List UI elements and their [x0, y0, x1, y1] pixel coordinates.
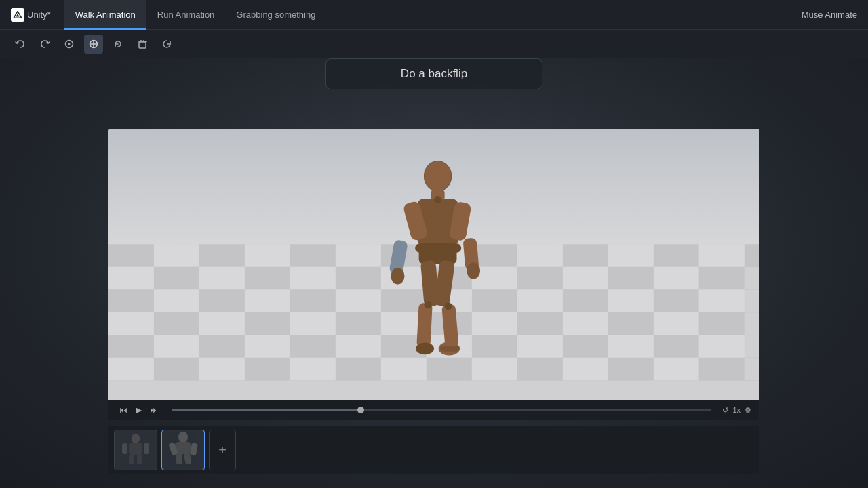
svg-rect-40	[699, 244, 745, 266]
svg-rect-94	[517, 335, 563, 357]
svg-rect-67	[608, 289, 654, 312]
svg-point-133	[445, 302, 452, 310]
prompt-text: Do a backflip	[401, 67, 467, 80]
svg-rect-136	[122, 443, 127, 454]
svg-rect-70	[199, 312, 245, 335]
circle-tool-button[interactable]	[60, 35, 79, 54]
svg-rect-87	[472, 335, 517, 357]
rotate-tool-button[interactable]	[108, 35, 127, 54]
svg-rect-106	[336, 358, 381, 380]
tab-run-animation[interactable]: Run Animation	[146, 0, 226, 30]
loop-button[interactable]: ↺	[722, 406, 728, 415]
svg-rect-91	[245, 335, 290, 357]
svg-rect-42	[199, 267, 245, 289]
playback-bar: ⏮ ▶ ⏭ ↺ 1x ⚙	[108, 400, 760, 420]
svg-rect-124	[416, 303, 432, 348]
svg-rect-135	[129, 443, 142, 455]
svg-rect-81	[608, 312, 654, 335]
svg-rect-75	[654, 312, 699, 335]
svg-rect-105	[245, 358, 290, 380]
svg-rect-61	[654, 289, 699, 312]
svg-rect-53	[608, 267, 654, 289]
svg-rect-144	[176, 453, 182, 464]
svg-rect-107	[427, 358, 472, 380]
svg-rect-80	[517, 312, 563, 335]
svg-rect-32	[654, 244, 699, 266]
svg-rect-92	[336, 335, 381, 357]
settings-button[interactable]: ⚙	[745, 406, 751, 415]
svg-rect-66	[517, 289, 563, 312]
svg-point-112	[424, 161, 451, 192]
svg-point-119	[391, 268, 404, 285]
svg-rect-50	[336, 267, 381, 289]
svg-rect-52	[517, 267, 563, 289]
svg-rect-8	[139, 42, 146, 48]
svg-rect-84	[199, 335, 245, 357]
svg-rect-41	[108, 267, 154, 289]
thumb-figure-2	[167, 432, 199, 468]
svg-rect-71	[290, 312, 336, 335]
timeline-handle[interactable]	[357, 407, 364, 413]
svg-rect-109	[608, 358, 654, 380]
unity-brand-text: Unity*	[27, 9, 51, 20]
timeline-progress	[172, 409, 361, 411]
redo-button[interactable]	[35, 35, 54, 54]
svg-rect-26	[108, 244, 154, 266]
nav-tabs: Walk Animation Run Animation Grabbing so…	[64, 0, 802, 30]
svg-rect-139	[137, 455, 142, 464]
svg-rect-27	[199, 244, 245, 266]
thumbnail-2[interactable]	[161, 430, 205, 470]
svg-rect-46	[563, 267, 608, 289]
move-tool-button[interactable]	[84, 35, 103, 54]
play-button[interactable]: ▶	[133, 404, 144, 416]
reset-button[interactable]	[157, 35, 176, 54]
svg-rect-121	[419, 243, 457, 264]
svg-rect-110	[699, 358, 745, 380]
svg-point-130	[415, 243, 424, 252]
svg-point-131	[452, 243, 461, 252]
toolbar	[0, 30, 868, 58]
svg-point-120	[467, 262, 480, 279]
svg-rect-85	[290, 335, 336, 357]
viewport-background	[108, 129, 760, 420]
svg-rect-95	[608, 335, 654, 357]
svg-rect-64	[336, 289, 381, 312]
viewport	[108, 129, 760, 420]
speed-indicator[interactable]: 1x	[732, 406, 741, 414]
svg-rect-77	[245, 312, 290, 335]
tab-walk-animation[interactable]: Walk Animation	[64, 0, 146, 30]
play-controls: ⏮ ▶ ⏭	[117, 404, 161, 416]
skip-back-button[interactable]: ⏮	[117, 404, 130, 416]
svg-rect-82	[699, 312, 745, 335]
svg-rect-102	[563, 358, 608, 380]
svg-rect-98	[199, 358, 245, 380]
svg-rect-59	[472, 289, 517, 312]
svg-rect-68	[699, 289, 745, 312]
svg-rect-28	[290, 244, 336, 266]
add-clip-button[interactable]: +	[209, 430, 236, 470]
svg-rect-38	[517, 244, 563, 266]
svg-point-126	[416, 342, 434, 354]
unity-logo[interactable]: Unity*	[11, 8, 51, 22]
svg-rect-103	[654, 358, 699, 380]
undo-button[interactable]	[11, 35, 30, 54]
svg-rect-33	[745, 244, 760, 266]
svg-rect-74	[563, 312, 608, 335]
skip-forward-button[interactable]: ⏭	[147, 404, 161, 416]
tab-grabbing-something[interactable]: Grabbing something	[225, 0, 326, 30]
svg-rect-49	[245, 267, 290, 289]
svg-rect-47	[654, 267, 699, 289]
svg-rect-90	[154, 335, 199, 357]
delete-button[interactable]	[133, 35, 152, 54]
thumbnail-1[interactable]	[114, 430, 157, 470]
svg-point-129	[434, 196, 441, 203]
svg-rect-69	[108, 312, 154, 335]
timeline-track[interactable]	[172, 409, 711, 411]
svg-rect-145	[184, 453, 192, 464]
svg-rect-97	[108, 358, 154, 380]
svg-rect-39	[608, 244, 654, 266]
svg-rect-76	[154, 312, 199, 335]
svg-rect-96	[699, 335, 745, 357]
svg-rect-56	[199, 289, 245, 312]
svg-rect-34	[154, 244, 199, 266]
